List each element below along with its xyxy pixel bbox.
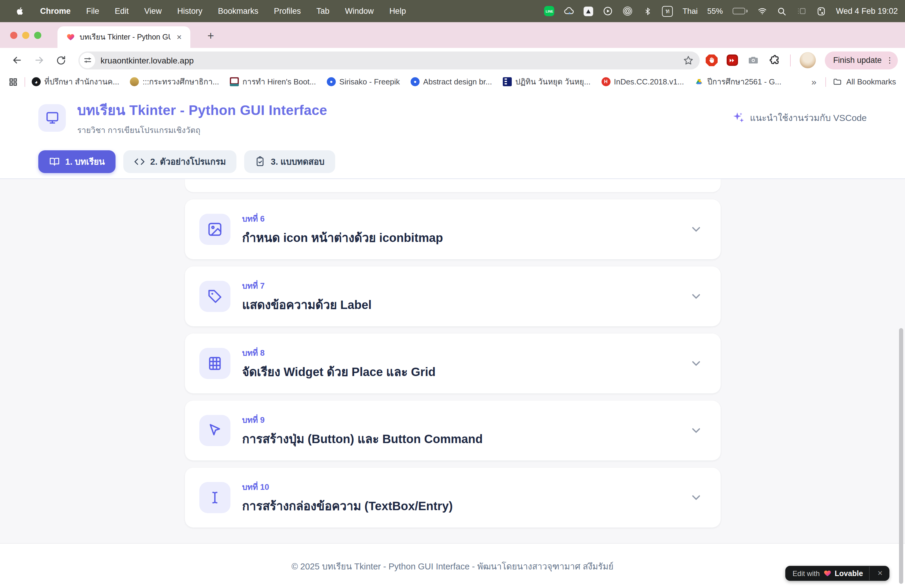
battery-icon[interactable] <box>732 8 747 14</box>
bookmark-label: InDes.CC.2018.v1... <box>614 77 684 86</box>
bookmark-label: ที่ปรึกษา สำนักงานค... <box>44 75 119 88</box>
close-window-button[interactable] <box>10 32 17 39</box>
lesson-list: บทที่ 6 กำหนด icon หน้าต่างด้วย iconbitm… <box>0 179 905 543</box>
tab-close-icon[interactable]: ✕ <box>174 32 184 42</box>
spotlight-icon[interactable] <box>776 6 787 16</box>
lesson-card[interactable]: บทที่ 6 กำหนด icon หน้าต่างด้วย iconbitm… <box>185 199 720 259</box>
wifi-icon[interactable] <box>757 6 767 16</box>
tab-quiz[interactable]: 3. แบบทดสอบ <box>245 150 335 173</box>
menubar-item-help[interactable]: Help <box>389 6 406 16</box>
bookmark-star-icon[interactable] <box>683 55 694 65</box>
lesson-title: จัดเรียง Widget ด้วย Place และ Grid <box>242 362 689 381</box>
edit-with-lovable-badge[interactable]: Edit with Lovable ✕ <box>785 566 889 581</box>
chevron-down-icon[interactable] <box>689 357 702 370</box>
extensions-puzzle-icon[interactable] <box>768 54 781 67</box>
reload-button[interactable] <box>54 53 68 67</box>
lovable-heart-icon <box>823 569 831 577</box>
page-subtitle: รายวิชา การเขียนโปรแกรมเชิงวัตถุ <box>77 123 327 136</box>
chevron-down-icon[interactable] <box>689 424 702 437</box>
display-dim-icon[interactable] <box>796 6 807 16</box>
menubar-item-tab[interactable]: Tab <box>316 6 330 16</box>
bookmark-favicon-emblem <box>130 77 139 86</box>
menubar-item-file[interactable]: File <box>86 6 99 16</box>
code-icon <box>134 156 145 167</box>
vscode-hint-text: แนะนำใช้งานร่วมกับ VSCode <box>750 110 867 125</box>
menubar-item-chrome[interactable]: Chrome <box>40 6 71 16</box>
minimize-window-button[interactable] <box>22 32 29 39</box>
control-center-icon[interactable] <box>816 6 826 16</box>
menubar-item-bookmarks[interactable]: Bookmarks <box>218 6 258 16</box>
lesson-badge: บทที่ 10 <box>242 480 689 493</box>
site-settings-icon[interactable] <box>79 52 95 68</box>
adblock-extension-icon[interactable] <box>706 54 718 66</box>
bluetooth-icon[interactable] <box>643 6 653 16</box>
browser-tab[interactable]: บทเรียน Tkinter - Python GUI I ✕ <box>57 26 191 48</box>
bookmark-item[interactable]: ● Sirisako - Freepik <box>327 77 400 86</box>
lesson-card[interactable]: บทที่ 7 แสดงข้อความด้วย Label <box>185 267 720 326</box>
bookmark-item[interactable]: ปีการศึกษา2561 - G... <box>695 75 781 88</box>
bookmark-item[interactable]: ปฏิทิน วันหยุด วันหยุ... <box>503 75 591 88</box>
apps-grid-icon[interactable] <box>8 77 18 86</box>
fast-forward-extension-icon[interactable] <box>727 54 738 66</box>
bookmark-item[interactable]: การทำ Hiren's Boot... <box>230 75 316 88</box>
play-status-icon[interactable] <box>603 6 613 16</box>
scrollbar-thumb[interactable] <box>899 328 903 584</box>
lesson-card[interactable]: บทที่ 8 จัดเรียง Widget ด้วย Place และ G… <box>185 334 720 393</box>
bookmark-favicon-drive <box>695 77 703 86</box>
line-app-icon[interactable]: LINE <box>545 6 554 16</box>
new-tab-button[interactable]: + <box>202 27 219 44</box>
triangle-app-icon[interactable] <box>584 6 594 16</box>
webpage: บทเรียน Tkinter - Python GUI Interface ร… <box>0 91 905 588</box>
menubar-item-window[interactable]: Window <box>345 6 374 16</box>
tab-examples[interactable]: 2. ตัวอย่างโปรแกรม <box>123 150 237 173</box>
address-bar[interactable]: kruaontkinter.lovable.app <box>78 51 700 69</box>
menubar-clock[interactable]: Wed 4 Feb 19:02 <box>836 6 898 16</box>
screen: Chrome File Edit View History Bookmarks … <box>0 0 905 588</box>
chevron-down-icon[interactable] <box>689 290 702 303</box>
forward-button[interactable] <box>32 53 46 67</box>
profile-avatar[interactable] <box>800 52 816 68</box>
folder-icon <box>833 77 842 86</box>
zoom-window-button[interactable] <box>34 32 41 39</box>
browser-menu-icon[interactable]: ⋮ <box>886 56 894 64</box>
footer-text: © 2025 บทเรียน Tkinter - Python GUI Inte… <box>292 559 613 573</box>
site-tab-bar: 1. บทเรียน 2. ตัวอย่างโปรแกรม 3. แบบทดสอ… <box>0 144 905 179</box>
image-icon <box>207 222 222 237</box>
input-source-label[interactable]: Thai <box>683 6 698 16</box>
screen-mirroring-icon[interactable] <box>623 6 633 16</box>
finish-update-button[interactable]: Finish update ⋮ <box>825 51 898 69</box>
chevron-down-icon[interactable] <box>689 223 702 236</box>
menubar-item-edit[interactable]: Edit <box>115 6 129 16</box>
bookmark-favicon-calendar <box>503 77 512 86</box>
apple-menu-icon[interactable] <box>16 6 25 16</box>
menubar-item-history[interactable]: History <box>177 6 202 16</box>
bookmark-item[interactable]: :::กระทรวงศึกษาธิกา... <box>130 75 219 88</box>
bookmarks-overflow-chevron[interactable]: » <box>809 77 819 87</box>
finish-update-label: Finish update <box>833 56 882 65</box>
back-button[interactable] <box>10 53 24 67</box>
creative-cloud-icon[interactable] <box>564 6 574 16</box>
lesson-card[interactable]: บทที่ 10 การสร้างกล่องข้อความ (TextBox/E… <box>185 468 720 528</box>
menubar-item-view[interactable]: View <box>144 6 162 16</box>
bookmark-item[interactable]: H InDes.CC.2018.v1... <box>601 77 684 86</box>
bookmark-item[interactable]: ● Abstract design br... <box>411 77 492 86</box>
bookmark-favicon-book <box>230 77 239 86</box>
menubar-item-profiles[interactable]: Profiles <box>274 6 301 16</box>
tab-lessons[interactable]: 1. บทเรียน <box>38 150 116 173</box>
chevron-down-icon[interactable] <box>689 491 702 504</box>
lesson-card-partial[interactable] <box>185 179 720 192</box>
lovable-badge-close-icon[interactable]: ✕ <box>873 569 887 577</box>
url-text[interactable]: kruaontkinter.lovable.app <box>100 56 683 65</box>
input-source-icon[interactable]: ท <box>662 6 673 16</box>
bookmark-favicon-indes: H <box>601 77 610 86</box>
tag-icon <box>207 289 222 304</box>
bookmark-item[interactable]: ◕ ที่ปรึกษา สำนักงานค... <box>32 75 119 88</box>
all-bookmarks-button[interactable]: All Bookmarks <box>833 77 896 86</box>
tab-examples-label: 2. ตัวอย่างโปรแกรม <box>150 154 226 168</box>
lesson-card[interactable]: บทที่ 9 การสร้างปุ่ม (Button) และ Button… <box>185 400 720 461</box>
site-header: บทเรียน Tkinter - Python GUI Interface ร… <box>0 91 905 144</box>
bookmark-label: ปฏิทิน วันหยุด วันหยุ... <box>515 75 591 88</box>
lesson-title: แสดงข้อความด้วย Label <box>242 295 689 314</box>
camera-extension-icon[interactable] <box>747 54 760 67</box>
page-title: บทเรียน Tkinter - Python GUI Interface <box>77 99 327 121</box>
